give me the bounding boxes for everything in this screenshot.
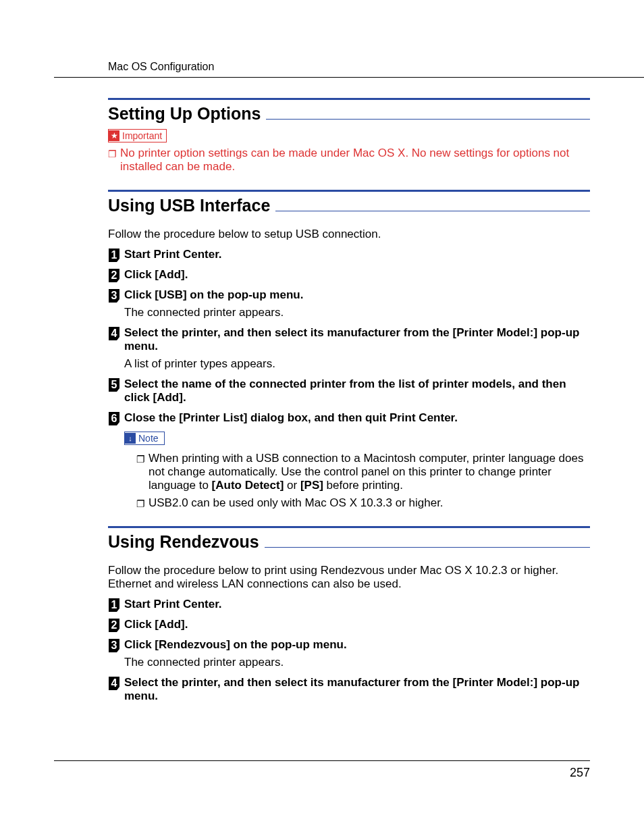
step-number-icon: 2	[108, 618, 120, 633]
step-number-icon: 2	[108, 268, 120, 283]
steps-list: 1 Start Print Center. 2 Click [Add]. 3 C…	[108, 598, 590, 703]
step-title: Close the [Printer List] dialog box, and…	[124, 411, 458, 424]
step-title: Click [Rendezvous] on the pop-up menu.	[124, 638, 347, 651]
note-list: When printing with a USB connection to a…	[136, 452, 590, 510]
step-body: The connected printer appears.	[124, 656, 590, 669]
page: Mac OS Configuration Setting Up Options …	[0, 0, 644, 834]
step-title: Select the name of the connected printer…	[124, 377, 566, 404]
step-title: Select the printer, and then select its …	[124, 676, 579, 702]
svg-text:2: 2	[111, 619, 117, 631]
step-body: The connected printer appears.	[124, 306, 590, 319]
step: 2 Click [Add].	[108, 268, 590, 282]
note-item: USB2.0 can be used only with Mac OS X 10…	[149, 496, 590, 510]
step-number-icon: 5	[108, 377, 120, 392]
section-intro: Follow the procedure below to print usin…	[108, 564, 590, 591]
svg-text:3: 3	[111, 290, 117, 301]
step: 3 Click [USB] on the pop-up menu.The con…	[108, 288, 590, 319]
step-title: Start Print Center.	[124, 598, 222, 610]
step-title: Click [Add].	[124, 618, 188, 631]
section-using-rendezvous: Using Rendezvous Follow the procedure be…	[108, 526, 590, 703]
footer-rule	[54, 760, 590, 761]
svg-text:3: 3	[111, 640, 117, 651]
step-number-icon: 3	[108, 638, 120, 653]
note-badge: ↓ Note	[124, 432, 165, 445]
important-label: Important	[122, 130, 162, 141]
section-underline	[266, 119, 590, 120]
step-title: Click [USB] on the pop-up menu.	[124, 288, 303, 301]
section-topbar	[108, 190, 590, 192]
section-intro: Follow the procedure below to setup USB …	[108, 228, 590, 241]
svg-text:1: 1	[111, 599, 117, 610]
step: 6 Close the [Printer List] dialog box, a…	[108, 411, 590, 425]
svg-text:6: 6	[111, 413, 117, 424]
header-rule	[54, 77, 644, 78]
section-setting-up-options: Setting Up Options ★ Important No printe…	[108, 98, 590, 174]
step-number-icon: 1	[108, 598, 120, 613]
step-title: Start Print Center.	[124, 248, 222, 261]
svg-text:2: 2	[111, 269, 117, 281]
section-underline	[265, 547, 590, 548]
step-title: Select the printer, and then select its …	[124, 326, 579, 353]
step-number-icon: 6	[108, 411, 120, 426]
step-number-icon: 4	[108, 326, 120, 341]
running-header: Mac OS Configuration	[108, 61, 590, 73]
svg-text:5: 5	[111, 379, 117, 390]
section-topbar	[108, 526, 590, 528]
svg-text:4: 4	[111, 328, 117, 339]
step-number-icon: 1	[108, 248, 120, 263]
note-label: Note	[138, 433, 159, 444]
important-text: No printer option settings can be made u…	[120, 147, 590, 174]
star-icon: ★	[109, 130, 119, 141]
step-number-icon: 3	[108, 288, 120, 303]
step: 1 Start Print Center.	[108, 598, 590, 611]
step: 5 Select the name of the connected print…	[108, 377, 590, 405]
down-arrow-icon: ↓	[125, 433, 136, 444]
section-underline	[275, 211, 590, 211]
section-using-usb: Using USB Interface Follow the procedure…	[108, 190, 590, 510]
step-title: Click [Add].	[124, 268, 188, 281]
step: 2 Click [Add].	[108, 618, 590, 631]
step: 3 Click [Rendezvous] on the pop-up menu.…	[108, 638, 590, 669]
step: 4 Select the printer, and then select it…	[108, 326, 590, 371]
page-number: 257	[570, 766, 590, 780]
step-body: A list of printer types appears.	[124, 357, 590, 371]
step: 4 Select the printer, and then select it…	[108, 676, 590, 703]
section-topbar	[108, 98, 590, 100]
section-heading: Using Rendezvous	[108, 532, 259, 552]
note-item: When printing with a USB connection to a…	[149, 452, 590, 492]
section-heading: Setting Up Options	[108, 104, 261, 124]
steps-list: 1 Start Print Center. 2 Click [Add]. 3 C…	[108, 248, 590, 425]
svg-text:1: 1	[111, 249, 117, 261]
step-number-icon: 4	[108, 676, 120, 691]
section-heading: Using USB Interface	[108, 196, 270, 215]
important-badge: ★ Important	[108, 129, 167, 142]
svg-text:4: 4	[111, 677, 117, 689]
step: 1 Start Print Center.	[108, 248, 590, 261]
